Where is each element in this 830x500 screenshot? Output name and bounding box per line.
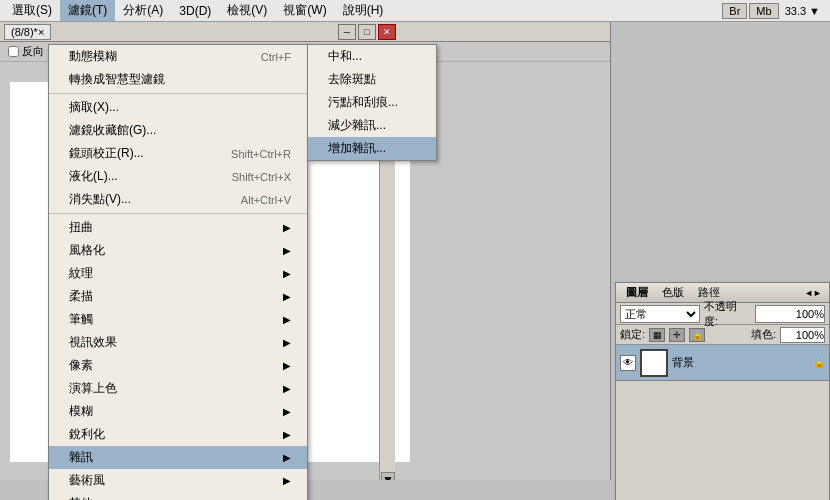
menu-analyze[interactable]: 分析(A): [115, 0, 171, 21]
menu-br[interactable]: Br: [722, 3, 747, 19]
option-reverse: 反向: [8, 44, 44, 59]
menu-item-extract[interactable]: 摘取(X)...: [49, 96, 307, 119]
submenu-item-dust[interactable]: 污點和刮痕...: [308, 91, 436, 114]
separator-1: [49, 93, 307, 94]
opacity-label: 不透明度:: [704, 299, 751, 329]
menu-item-liquify[interactable]: 液化(L)... Shift+Ctrl+X: [49, 165, 307, 188]
menu-item-texture[interactable]: 紋理▶: [49, 262, 307, 285]
lock-move-icon[interactable]: ✛: [669, 328, 685, 342]
reverse-checkbox[interactable]: [8, 46, 19, 57]
menu-mb[interactable]: Mb: [749, 3, 778, 19]
layers-controls: 正常 不透明度:: [616, 303, 829, 325]
menu-item-other[interactable]: 其他▶: [49, 492, 307, 500]
blend-mode-select[interactable]: 正常: [620, 305, 700, 323]
opacity-input[interactable]: [755, 305, 825, 323]
layer-lock-icon: 🔒: [813, 357, 825, 368]
minimize-btn[interactable]: ─: [338, 24, 356, 40]
right-panel: 圖層 色版 路徑 ◄► 正常 不透明度: 鎖定: ▦ ✛ 🔒: [610, 22, 830, 480]
menu-3d[interactable]: 3D(D): [171, 2, 219, 20]
tab-channels[interactable]: 色版: [656, 284, 690, 301]
submenu-item-despeckle[interactable]: 去除斑點: [308, 68, 436, 91]
zoom-value: 33.3 ▼: [779, 4, 826, 18]
layer-row[interactable]: 👁 背景 🔒: [616, 345, 829, 381]
submenu-item-median[interactable]: 中和...: [308, 45, 436, 68]
menu-item-dynamic-blur[interactable]: 動態模糊 Ctrl+F: [49, 45, 307, 68]
noise-submenu: 中和... 去除斑點 污點和刮痕... 減少雜訊... 增加雜訊...: [307, 44, 437, 161]
menu-item-noise[interactable]: 雜訊▶: [49, 446, 307, 469]
scroll-down-arrow[interactable]: ▼: [381, 472, 395, 480]
menu-view[interactable]: 檢視(V): [219, 0, 275, 21]
menu-bar: 選取(S) 濾鏡(T) 分析(A) 3D(D) 檢視(V) 視窗(W) 說明(H…: [0, 0, 830, 22]
filter-dropdown: 動態模糊 Ctrl+F 轉換成智慧型濾鏡 摘取(X)... 濾鏡收藏館(G)..…: [48, 44, 308, 500]
tab-strip: (8/8)*× ─ □ ✕: [0, 22, 610, 42]
maximize-btn[interactable]: □: [358, 24, 376, 40]
menu-filter[interactable]: 濾鏡(T): [60, 0, 115, 21]
lock-all-icon[interactable]: 🔒: [689, 328, 705, 342]
submenu-item-add-noise[interactable]: 增加雜訊...: [308, 137, 436, 160]
close-btn[interactable]: ✕: [378, 24, 396, 40]
menu-window[interactable]: 視窗(W): [275, 0, 334, 21]
submenu-item-reduce[interactable]: 減少雜訊...: [308, 114, 436, 137]
lock-label: 鎖定:: [620, 327, 645, 342]
fill-input[interactable]: [780, 327, 825, 343]
menu-item-pixelate[interactable]: 像素▶: [49, 354, 307, 377]
menu-item-stylize[interactable]: 風格化▶: [49, 239, 307, 262]
fill-label: 填色:: [751, 327, 776, 342]
panel-menu-btn[interactable]: ◄►: [801, 287, 825, 299]
lock-pixel-icon[interactable]: ▦: [649, 328, 665, 342]
menu-item-vanishing-point[interactable]: 消失點(V)... Alt+Ctrl+V: [49, 188, 307, 211]
separator-2: [49, 213, 307, 214]
menu-item-video[interactable]: 視訊效果▶: [49, 331, 307, 354]
layer-name: 背景: [672, 355, 809, 370]
menu-item-distort[interactable]: 扭曲▶: [49, 216, 307, 239]
layers-panel: 圖層 色版 路徑 ◄► 正常 不透明度: 鎖定: ▦ ✛ 🔒: [615, 282, 830, 500]
tab-layers[interactable]: 圖層: [620, 284, 654, 301]
menu-item-smart-filter[interactable]: 轉換成智慧型濾鏡: [49, 68, 307, 91]
layer-visibility-toggle[interactable]: 👁: [620, 355, 636, 371]
menu-item-artistic[interactable]: 藝術風▶: [49, 469, 307, 492]
menu-item-lens-correction[interactable]: 鏡頭校正(R)... Shift+Ctrl+R: [49, 142, 307, 165]
menu-item-sharpen[interactable]: 銳利化▶: [49, 423, 307, 446]
menu-select[interactable]: 選取(S): [4, 0, 60, 21]
layer-thumbnail: [640, 349, 668, 377]
menu-item-brush-strokes[interactable]: 柔描▶: [49, 285, 307, 308]
menu-item-filter-gallery[interactable]: 濾鏡收藏館(G)...: [49, 119, 307, 142]
menu-item-blur[interactable]: 模糊▶: [49, 400, 307, 423]
menu-item-render[interactable]: 演算上色▶: [49, 377, 307, 400]
main-area: (8/8)*× ─ □ ✕ 反向 混色 透明 ▲: [0, 22, 830, 480]
menu-help[interactable]: 說明(H): [335, 0, 392, 21]
menu-item-sketch[interactable]: 筆觸▶: [49, 308, 307, 331]
doc-tab[interactable]: (8/8)*×: [4, 24, 51, 40]
